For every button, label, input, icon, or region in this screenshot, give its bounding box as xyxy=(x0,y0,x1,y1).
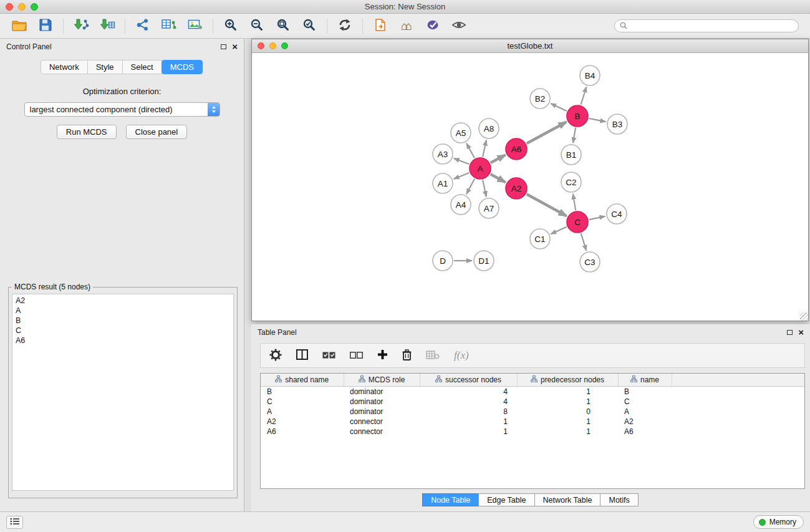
mcds-result-item[interactable]: B xyxy=(16,316,230,326)
column-header[interactable]: MCDS role xyxy=(344,374,420,386)
table-cell[interactable]: dominator xyxy=(344,386,420,397)
run-mcds-button[interactable]: Run MCDS xyxy=(57,125,117,139)
tab-select[interactable]: Select xyxy=(122,60,162,74)
zoom-selected-button[interactable] xyxy=(296,16,322,36)
memory-button[interactable]: Memory xyxy=(753,515,804,529)
table-cell[interactable]: A xyxy=(618,407,672,417)
task-history-button[interactable] xyxy=(6,516,23,529)
graph-edge[interactable] xyxy=(589,216,605,220)
table-row[interactable]: Cdominator41C xyxy=(261,397,804,407)
tab-motifs[interactable]: Motifs xyxy=(600,493,638,506)
function-builder-button[interactable]: f(x) xyxy=(454,349,469,362)
graph-edge[interactable] xyxy=(491,174,506,182)
graph-edge[interactable] xyxy=(573,128,576,143)
clear-table-button[interactable] xyxy=(426,351,440,361)
export-image-button[interactable] xyxy=(182,16,208,36)
graph-node[interactable]: A8 xyxy=(479,118,499,138)
graph-node[interactable]: B xyxy=(567,105,588,127)
graph-node[interactable]: C1 xyxy=(530,229,550,249)
mcds-result-list[interactable]: A2ABCA6 xyxy=(12,294,234,491)
show-hide-button[interactable] xyxy=(446,16,472,36)
graph-node[interactable]: D1 xyxy=(474,251,494,271)
export-network-button[interactable] xyxy=(367,16,393,36)
table-row[interactable]: Adominator80A xyxy=(261,407,804,417)
graph-edge[interactable] xyxy=(483,180,486,197)
table-cell[interactable]: 1 xyxy=(517,386,618,397)
graph-node[interactable]: A4 xyxy=(451,195,471,215)
graph-node[interactable]: C3 xyxy=(580,252,600,272)
graph-edge[interactable] xyxy=(589,118,606,122)
graph-edge[interactable] xyxy=(581,233,587,251)
table-cell[interactable]: C xyxy=(261,397,344,407)
tab-style[interactable]: Style xyxy=(87,60,123,74)
graph-edge[interactable] xyxy=(527,122,567,144)
table-cell[interactable]: dominator xyxy=(344,397,420,407)
table-cell[interactable]: B xyxy=(261,386,344,397)
graph-node[interactable]: A6 xyxy=(506,138,527,160)
float-panel-icon[interactable] xyxy=(221,44,226,49)
float-panel-icon[interactable] xyxy=(787,330,793,335)
table-cell[interactable]: 8 xyxy=(420,407,517,417)
select-all-button[interactable] xyxy=(322,351,335,360)
add-column-button[interactable] xyxy=(377,349,388,362)
table-cell[interactable]: 1 xyxy=(420,417,517,427)
search-field[interactable] xyxy=(614,19,799,32)
graph-node[interactable]: A1 xyxy=(433,173,453,193)
show-columns-button[interactable] xyxy=(296,349,308,362)
deselect-all-button[interactable] xyxy=(350,351,363,360)
graph-edge[interactable] xyxy=(573,194,576,210)
table-cell[interactable]: 1 xyxy=(420,427,517,437)
graph-node[interactable]: A xyxy=(470,158,491,179)
table-cell[interactable]: 1 xyxy=(517,397,618,407)
graph-node[interactable]: B4 xyxy=(580,65,600,85)
graph-edge[interactable] xyxy=(581,87,587,105)
graph-node[interactable]: A2 xyxy=(506,178,527,199)
graph-edge[interactable] xyxy=(551,104,567,111)
graph-node[interactable]: B1 xyxy=(561,145,581,165)
graph-node[interactable]: A5 xyxy=(451,123,471,143)
zoom-fit-button[interactable] xyxy=(270,16,296,36)
apply-layout-button[interactable] xyxy=(332,16,358,36)
graph-edge[interactable] xyxy=(466,179,475,194)
graph-edge[interactable] xyxy=(454,173,470,179)
table-row[interactable]: A2connector11A2 xyxy=(261,417,804,427)
tab-mcds[interactable]: MCDS xyxy=(162,60,203,74)
table-cell[interactable]: B xyxy=(618,386,672,397)
graph-node[interactable]: A7 xyxy=(479,198,499,218)
graph-edge[interactable] xyxy=(454,158,470,164)
table-cell[interactable]: A6 xyxy=(618,427,672,437)
tab-edge-table[interactable]: Edge Table xyxy=(478,493,534,506)
close-panel-button[interactable]: Close panel xyxy=(126,125,188,139)
neighbors-button[interactable]: ⌂⌂ xyxy=(393,16,420,36)
table-cell[interactable]: 1 xyxy=(517,417,618,427)
table-cell[interactable]: connector xyxy=(344,417,420,427)
table-cell[interactable]: A2 xyxy=(261,417,344,427)
graph-node[interactable]: A3 xyxy=(433,144,453,164)
close-panel-icon[interactable]: × xyxy=(798,329,804,336)
mcds-result-item[interactable]: A xyxy=(16,306,230,316)
optimization-criterion-select[interactable]: largest connected component (directed) xyxy=(24,102,220,117)
close-panel-icon[interactable]: × xyxy=(232,44,238,50)
graph-node[interactable]: C xyxy=(567,211,588,233)
save-session-button[interactable] xyxy=(32,16,59,36)
table-cell[interactable]: 4 xyxy=(420,386,517,397)
column-header[interactable]: predecessor nodes xyxy=(517,374,618,386)
graph-edge[interactable] xyxy=(466,143,475,158)
table-row[interactable]: A6connector11A6 xyxy=(261,427,804,437)
table-cell[interactable]: 1 xyxy=(517,427,618,437)
table-cell[interactable]: 0 xyxy=(517,407,618,417)
validate-button[interactable] xyxy=(420,16,446,36)
import-network-button[interactable] xyxy=(68,16,94,36)
table-row[interactable]: Bdominator41B xyxy=(261,386,804,397)
table-cell[interactable]: A6 xyxy=(261,427,344,437)
open-session-button[interactable] xyxy=(6,16,32,36)
table-cell[interactable]: A xyxy=(261,407,344,417)
table-cell[interactable]: 4 xyxy=(420,397,517,407)
new-network-button[interactable] xyxy=(130,16,156,36)
graph-edge[interactable] xyxy=(491,155,506,163)
table-cell[interactable]: A2 xyxy=(618,417,672,427)
graph-edge[interactable] xyxy=(483,140,486,157)
zoom-out-button[interactable] xyxy=(244,16,270,36)
tab-network[interactable]: Network xyxy=(41,60,88,74)
new-table-button[interactable] xyxy=(156,16,182,36)
